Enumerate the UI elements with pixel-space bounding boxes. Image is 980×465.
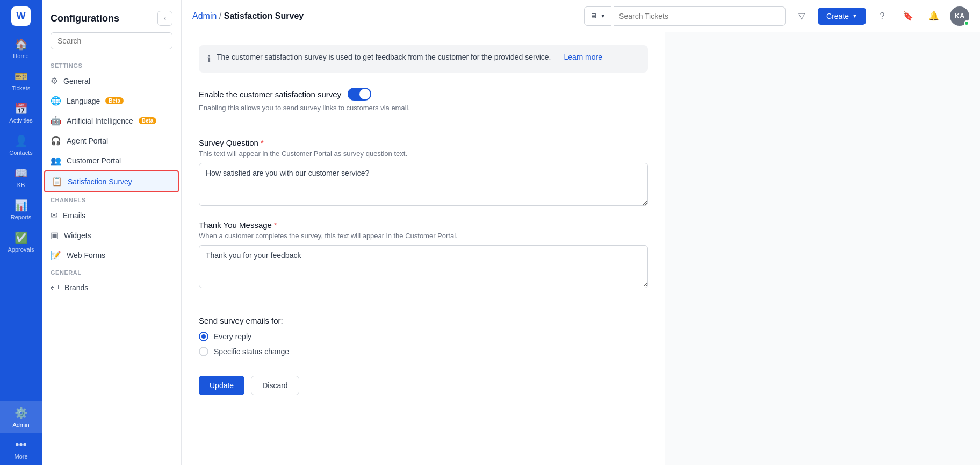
- approvals-icon: ✅: [15, 231, 28, 244]
- survey-question-textarea[interactable]: How satisfied are you with our customer …: [199, 163, 648, 206]
- sidebar-item-widgets[interactable]: ▣ Widgets: [42, 225, 181, 245]
- notifications-button[interactable]: 🔔: [924, 6, 943, 26]
- breadcrumb-admin[interactable]: Admin: [192, 11, 217, 20]
- general-icon: ⚙: [51, 76, 58, 86]
- nav-label-approvals: Approvals: [8, 246, 34, 253]
- update-button[interactable]: Update: [199, 376, 244, 395]
- toggle-thumb: [359, 89, 370, 99]
- radio-specific-status[interactable]: Specific status change: [199, 347, 648, 356]
- nav-label-activities: Activities: [9, 117, 32, 124]
- bookmark-button[interactable]: 🔖: [898, 6, 918, 26]
- sidebar-label-web-forms: Web Forms: [67, 251, 105, 260]
- breadcrumb: Admin / Satisfaction Survey: [192, 11, 578, 21]
- bookmark-icon: 🔖: [903, 11, 913, 21]
- nav-label-admin: Admin: [12, 421, 29, 428]
- radio-label-specific-status: Specific status change: [214, 347, 289, 356]
- radio-label-every-reply: Every reply: [214, 332, 251, 341]
- nav-item-activities[interactable]: 📅 Activities: [0, 97, 42, 129]
- sidebar-search-input[interactable]: [51, 32, 172, 49]
- settings-section-label: SETTINGS: [42, 58, 181, 71]
- toggle-label: Enable the customer satisfaction survey: [199, 90, 341, 99]
- nav-label-reports: Reports: [11, 214, 32, 220]
- sidebar-item-brands[interactable]: 🏷 Brands: [42, 278, 181, 297]
- filter-button[interactable]: ▽: [792, 6, 811, 26]
- sidebar-item-language[interactable]: 🌐 Language Beta: [42, 91, 181, 111]
- thank-you-label: Thank You Message *: [199, 220, 648, 230]
- ai-icon: 🤖: [51, 116, 61, 126]
- divider-1: [199, 125, 648, 125]
- sidebar-item-emails[interactable]: ✉ Emails: [42, 205, 181, 225]
- sidebar-item-agent-portal[interactable]: 🎧 Agent Portal: [42, 131, 181, 151]
- sidebar-label-brands: Brands: [64, 283, 88, 292]
- sidebar-label-agent-portal: Agent Portal: [67, 137, 108, 145]
- ai-beta-badge: Beta: [139, 117, 157, 124]
- radio-circle-specific-status: [199, 347, 208, 356]
- nav-item-approvals[interactable]: ✅ Approvals: [0, 226, 42, 258]
- contacts-icon: 👤: [15, 134, 28, 147]
- send-survey-label: Send survey emails for:: [199, 316, 648, 325]
- enable-survey-toggle[interactable]: [348, 88, 371, 101]
- more-icon: •••: [15, 439, 26, 451]
- sidebar-label-widgets: Widgets: [64, 231, 91, 240]
- avatar[interactable]: KA: [950, 6, 969, 26]
- nav-label-kb: KB: [17, 182, 25, 188]
- toggle-sub-text: Enabling this allows you to send survey …: [199, 104, 648, 112]
- bell-icon: 🔔: [928, 11, 939, 21]
- survey-question-sub: This text will appear in the Customer Po…: [199, 149, 648, 158]
- emails-icon: ✉: [51, 210, 57, 220]
- nav-item-kb[interactable]: 📖 KB: [0, 161, 42, 194]
- required-mark-1: *: [261, 138, 264, 147]
- radio-every-reply[interactable]: Every reply: [199, 332, 648, 341]
- sidebar-item-customer-portal[interactable]: 👥 Customer Portal: [42, 151, 181, 170]
- page-wrapper: Admin / Satisfaction Survey 🖥 ▼ ▽ Create…: [182, 0, 980, 465]
- main-content: Configurations ‹ SETTINGS ⚙ General 🌐 La…: [42, 0, 980, 465]
- sidebar-header: Configurations ‹: [42, 0, 181, 32]
- nav-item-more[interactable]: ••• More: [0, 433, 42, 465]
- help-button[interactable]: ?: [873, 6, 892, 26]
- chevron-down-icon: ▼: [600, 13, 606, 19]
- create-chevron-icon: ▼: [852, 13, 857, 19]
- create-label: Create: [826, 12, 849, 20]
- nav-logo: W: [0, 0, 42, 32]
- header-search-wrapper: [614, 6, 786, 26]
- thank-you-section: Thank You Message * When a customer comp…: [199, 220, 648, 290]
- sidebar-label-language: Language: [67, 97, 100, 105]
- toggle-row: Enable the customer satisfaction survey: [199, 88, 648, 101]
- customer-portal-icon: 👥: [51, 155, 61, 166]
- sidebar-item-general[interactable]: ⚙ General: [42, 71, 181, 91]
- channels-section-label: CHANNELS: [42, 192, 181, 205]
- home-icon: 🏠: [15, 38, 28, 51]
- info-text: The customer satisfaction survey is used…: [217, 53, 551, 61]
- sidebar-item-ai[interactable]: 🤖 Artificial Intelligence Beta: [42, 111, 181, 131]
- nav-item-reports[interactable]: 📊 Reports: [0, 194, 42, 226]
- nav-item-admin[interactable]: ⚙️ Admin: [0, 401, 42, 433]
- discard-button[interactable]: Discard: [251, 376, 299, 395]
- activities-icon: 📅: [15, 102, 28, 115]
- sidebar-label-emails: Emails: [63, 211, 85, 220]
- survey-question-label: Survey Question *: [199, 138, 648, 147]
- agent-portal-icon: 🎧: [51, 135, 61, 146]
- learn-more-link[interactable]: Learn more: [564, 53, 602, 61]
- nav-label-home: Home: [13, 53, 28, 59]
- satisfaction-survey-icon: 📋: [52, 176, 62, 187]
- survey-question-section: Survey Question * This text will appear …: [199, 138, 648, 208]
- reports-icon: 📊: [15, 199, 28, 212]
- sidebar-label-satisfaction-survey: Satisfaction Survey: [68, 177, 132, 186]
- divider-2: [199, 303, 648, 303]
- filter-icon: ▽: [798, 11, 805, 21]
- send-survey-section: Send survey emails for: Every reply Spec…: [199, 316, 648, 356]
- header-search-input[interactable]: [619, 12, 780, 20]
- sidebar: Configurations ‹ SETTINGS ⚙ General 🌐 La…: [42, 0, 182, 465]
- content-inner: ℹ The customer satisfaction survey is us…: [182, 32, 665, 465]
- nav-item-home[interactable]: 🏠 Home: [0, 32, 42, 65]
- thank-you-textarea[interactable]: Thank you for your feedback: [199, 245, 648, 288]
- nav-bar: W 🏠 Home 🎫 Tickets 📅 Activities 👤 Contac…: [0, 0, 42, 465]
- sidebar-item-web-forms[interactable]: 📝 Web Forms: [42, 245, 181, 265]
- nav-label-more: More: [14, 453, 27, 460]
- sidebar-collapse-button[interactable]: ‹: [157, 11, 172, 26]
- media-type-selector[interactable]: 🖥 ▼: [584, 6, 611, 26]
- nav-item-contacts[interactable]: 👤 Contacts: [0, 129, 42, 161]
- create-button[interactable]: Create ▼: [818, 8, 866, 25]
- sidebar-item-satisfaction-survey[interactable]: 📋 Satisfaction Survey: [44, 170, 179, 192]
- nav-item-tickets[interactable]: 🎫 Tickets: [0, 65, 42, 97]
